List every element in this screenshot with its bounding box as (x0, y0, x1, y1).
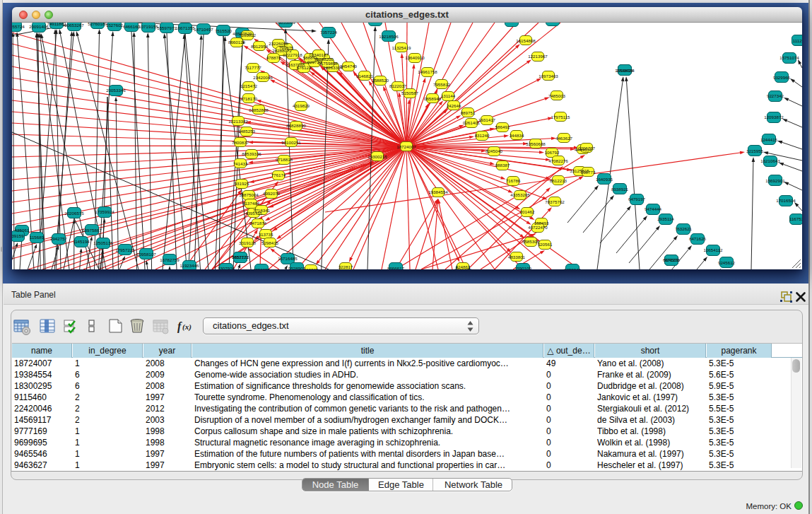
svg-text:2087682: 2087682 (503, 23, 521, 23)
svg-text:088387: 088387 (495, 163, 510, 168)
svg-text:8426846: 8426846 (564, 267, 582, 269)
svg-text:16210643: 16210643 (760, 158, 780, 163)
svg-text:55597971: 55597971 (157, 25, 177, 30)
svg-text:0658948: 0658948 (424, 96, 442, 101)
svg-text:0471874: 0471874 (249, 221, 267, 226)
svg-text:74911862: 74911862 (47, 23, 66, 26)
svg-text:716786: 716786 (506, 178, 521, 183)
svg-text:17957225: 17957225 (115, 247, 135, 252)
svg-text:19218506: 19218506 (379, 34, 399, 39)
svg-text:7485003: 7485003 (548, 93, 566, 98)
svg-text:17016504: 17016504 (776, 198, 796, 203)
svg-text:9245612: 9245612 (718, 260, 736, 265)
svg-text:12093872: 12093872 (764, 115, 784, 119)
svg-text:7632621: 7632621 (675, 226, 693, 231)
svg-text:12213967: 12213967 (528, 54, 548, 59)
svg-text:5298415: 5298415 (261, 240, 279, 245)
svg-text:23226058: 23226058 (269, 41, 288, 46)
svg-text:115689: 115689 (30, 235, 45, 240)
svg-text:11125: 11125 (793, 38, 802, 43)
svg-text:4463627: 4463627 (555, 136, 573, 141)
svg-text:20091406: 20091406 (29, 24, 49, 29)
svg-text:322817: 322817 (339, 264, 353, 269)
svg-text:776174: 776174 (271, 173, 286, 177)
svg-text:5150587: 5150587 (401, 90, 419, 95)
svg-text:8612213: 8612213 (550, 178, 567, 183)
svg-text:11325419: 11325419 (392, 45, 411, 50)
svg-text:7800837: 7800837 (232, 140, 249, 145)
svg-text:78375762: 78375762 (545, 199, 565, 204)
svg-text:39159: 39159 (12, 233, 24, 238)
svg-text:8912954: 8912954 (251, 44, 269, 49)
svg-text:4137484: 4137484 (242, 201, 260, 206)
svg-text:5632122: 5632122 (232, 255, 249, 259)
svg-text:15751074: 15751074 (779, 55, 799, 60)
svg-text:19300215: 19300215 (367, 154, 387, 159)
svg-text:53560688: 53560688 (526, 141, 546, 146)
svg-text:16782759: 16782759 (160, 257, 180, 262)
svg-text:9474444: 9474444 (645, 206, 662, 211)
svg-text:1931417: 1931417 (478, 117, 496, 122)
svg-text:19384554: 19384554 (428, 189, 448, 194)
svg-text:11923446: 11923446 (180, 263, 199, 268)
svg-text:3319128: 3319128 (239, 240, 257, 245)
svg-text:7163822: 7163822 (239, 33, 257, 37)
svg-text:8245040: 8245040 (486, 148, 503, 153)
svg-text:4992070: 4992070 (263, 191, 281, 196)
svg-text:01759898: 01759898 (318, 61, 338, 66)
svg-text:14710497: 14710497 (194, 27, 213, 32)
svg-text:20053346: 20053346 (106, 88, 126, 93)
svg-text:1485253: 1485253 (238, 129, 256, 134)
svg-text:16154808: 16154808 (516, 38, 536, 43)
svg-text:1588520: 1588520 (372, 78, 389, 83)
svg-text:2935114: 2935114 (657, 216, 674, 221)
svg-text:93975887: 93975887 (82, 228, 102, 233)
svg-text:17975115: 17975115 (551, 115, 570, 119)
svg-text:4319829: 4319829 (293, 103, 310, 108)
svg-text:831240: 831240 (475, 133, 490, 138)
svg-text:2942757: 2942757 (50, 236, 68, 241)
svg-text:16053809: 16053809 (276, 23, 295, 25)
svg-text:43353265: 43353265 (510, 192, 530, 197)
svg-text:8938921: 8938921 (611, 187, 629, 192)
svg-text:16671355: 16671355 (175, 25, 195, 30)
svg-text:741433: 741433 (233, 161, 248, 166)
svg-text:14055724: 14055724 (12, 24, 25, 29)
svg-text:86828890: 86828890 (286, 123, 306, 128)
svg-text:1640935: 1640935 (596, 177, 613, 182)
svg-text:10653267: 10653267 (64, 23, 84, 28)
svg-text:424861: 424861 (456, 264, 471, 269)
svg-text:(x): (x) (182, 322, 192, 332)
svg-text:242646: 242646 (447, 103, 461, 108)
svg-text:8471626: 8471626 (689, 236, 707, 241)
svg-text:13640910: 13640910 (405, 55, 425, 60)
svg-text:7718341: 7718341 (253, 208, 271, 213)
svg-text:15692901: 15692901 (765, 178, 785, 183)
svg-text:3307924: 3307924 (218, 266, 235, 269)
svg-text:478878: 478878 (266, 55, 281, 60)
svg-text:435061: 435061 (15, 228, 30, 233)
svg-text:f: f (177, 320, 182, 333)
svg-text:10654112: 10654112 (703, 247, 723, 252)
svg-text:8122037: 8122037 (389, 83, 407, 88)
svg-text:586492: 586492 (495, 124, 510, 129)
svg-text:7955812: 7955812 (433, 82, 451, 87)
svg-text:0261401: 0261401 (463, 120, 481, 125)
svg-text:344834: 344834 (510, 133, 524, 138)
svg-text:20206575: 20206575 (64, 211, 84, 216)
svg-text:931925: 931925 (235, 181, 249, 186)
svg-text:47082276: 47082276 (548, 158, 568, 163)
svg-text:8660124: 8660124 (228, 40, 246, 45)
svg-text:924502: 924502 (664, 257, 679, 262)
svg-text:9227342: 9227342 (767, 93, 784, 98)
svg-text:03852808: 03852808 (249, 107, 269, 112)
svg-text:168773: 168773 (581, 170, 596, 175)
svg-text:14961758: 14961758 (418, 69, 437, 74)
svg-text:313735: 313735 (259, 232, 273, 237)
svg-text:116753: 116753 (789, 216, 802, 221)
svg-text:03340187: 03340187 (309, 52, 329, 57)
svg-text:9329966: 9329966 (773, 75, 791, 80)
svg-text:676122: 676122 (297, 65, 312, 70)
svg-text:0206797: 0206797 (578, 146, 596, 151)
svg-text:889751: 889751 (461, 110, 476, 115)
